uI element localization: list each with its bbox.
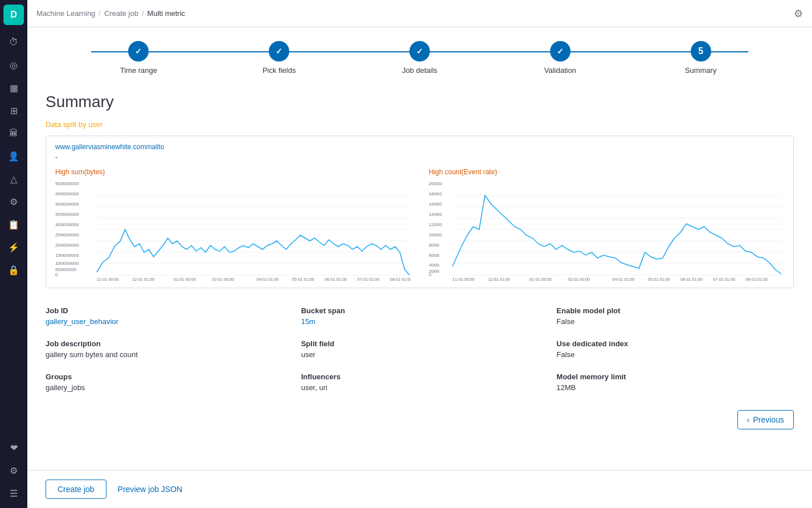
sidebar-icon-apm[interactable]: △ — [3, 169, 24, 189]
sidebar-icon-recent[interactable]: ⏱ — [3, 32, 24, 52]
svg-text:6000: 6000 — [429, 253, 440, 258]
topbar-right: ⚙ — [794, 7, 803, 20]
svg-text:14000: 14000 — [429, 212, 442, 217]
sidebar-icon-siem[interactable]: ⚡ — [3, 237, 24, 257]
detail-enable-model-plot: Enable model plot False — [556, 306, 794, 326]
data-split-label: Data split by user — [46, 120, 794, 129]
detail-job-id: Job ID gallery_user_behavior — [46, 306, 283, 326]
page-title: Summary — [46, 93, 794, 111]
sidebar-icon-collapse[interactable]: ☰ — [3, 483, 24, 503]
topbar-settings-icon[interactable]: ⚙ — [794, 8, 803, 19]
svg-text:16000: 16000 — [429, 202, 442, 207]
svg-text:12-01 01:00: 12-01 01:00 — [132, 277, 154, 281]
svg-text:12-01 01:00: 12-01 01:00 — [488, 277, 510, 281]
svg-text:250000000: 250000000 — [55, 232, 79, 237]
step-pick-fields: Pick fields — [209, 41, 350, 75]
svg-text:01-01 00:00: 01-01 00:00 — [530, 277, 552, 281]
detail-split-field-label: Split field — [301, 339, 539, 348]
breadcrumb: Machine Learning / Create job / Multi me… — [36, 9, 185, 18]
step-validation: Validation — [490, 41, 630, 75]
svg-text:50000000: 50000000 — [55, 267, 76, 272]
detail-split-field: Split field user — [301, 339, 539, 359]
sidebar-icon-visualize[interactable]: ▦ — [3, 77, 24, 98]
preview-job-json-button[interactable]: Preview job JSON — [116, 480, 185, 499]
sidebar-icon-canvas[interactable]: 🏛 — [3, 123, 24, 144]
svg-text:18000: 18000 — [429, 191, 442, 196]
step-time-range: Time range — [68, 41, 209, 75]
footer: Create job Preview job JSON — [27, 470, 812, 508]
stepper: Time range Pick fields Job details Valid… — [46, 41, 794, 75]
svg-text:500000000: 500000000 — [55, 181, 79, 186]
svg-text:0: 0 — [429, 272, 432, 277]
svg-text:300000000: 300000000 — [55, 222, 79, 227]
chart1-title: High sum(bytes) — [55, 168, 411, 176]
step-job-details: Job details — [350, 41, 490, 75]
svg-text:200000000: 200000000 — [55, 243, 79, 248]
sidebar-icon-settings[interactable]: ⚙ — [3, 460, 24, 481]
chart-url-sub: - — [55, 153, 784, 161]
detail-enable-model-plot-label: Enable model plot — [556, 306, 794, 315]
svg-text:20000: 20000 — [429, 181, 442, 186]
step-check-2 — [276, 47, 282, 56]
content-area: Time range Pick fields Job details Valid… — [27, 27, 812, 470]
svg-text:02-01 00:00: 02-01 00:00 — [212, 277, 235, 281]
chart-panel-1: High sum(bytes) 500000000 450000000 4000… — [55, 168, 411, 281]
step-label-5: Summary — [685, 66, 717, 75]
svg-text:400000000: 400000000 — [55, 202, 79, 207]
svg-text:08-01 01:00: 08-01 01:00 — [390, 277, 411, 281]
detail-model-memory: Model memory limit 12MB — [556, 372, 794, 392]
svg-text:450000000: 450000000 — [55, 191, 79, 196]
sidebar-icon-dashboard[interactable]: ⊞ — [3, 100, 24, 121]
breadcrumb-create-job[interactable]: Create job — [104, 9, 138, 18]
svg-text:05-01 01:00: 05-01 01:00 — [648, 277, 670, 281]
chart-container: www.gallerviasminewhite.commailto - High… — [46, 136, 794, 288]
detail-influencers: Influencers user, uri — [301, 372, 539, 392]
detail-groups-label: Groups — [46, 372, 283, 381]
step-check-4 — [557, 47, 564, 56]
detail-job-desc: Job description gallery sum bytes and co… — [46, 339, 283, 359]
svg-text:08-01 01:00: 08-01 01:00 — [745, 277, 768, 281]
step-summary: 5 Summary — [630, 41, 771, 75]
step-label-1: Time range — [120, 66, 157, 75]
step-circle-4 — [550, 41, 571, 62]
step-check-3 — [416, 47, 423, 56]
topbar: Machine Learning / Create job / Multi me… — [27, 0, 812, 27]
svg-text:05-01 01:00: 05-01 01:00 — [292, 277, 314, 281]
svg-text:11-01 00:00: 11-01 00:00 — [453, 277, 475, 281]
sidebar-icon-ml[interactable]: 👤 — [3, 146, 24, 166]
svg-text:06-01 01:00: 06-01 01:00 — [325, 277, 347, 281]
chevron-left-icon: ‹ — [747, 415, 750, 424]
previous-button[interactable]: ‹ Previous — [737, 410, 794, 429]
svg-text:10000: 10000 — [429, 232, 442, 237]
detail-dedicated-index: Use dedicated index False — [556, 339, 794, 359]
svg-text:02-01 00:00: 02-01 00:00 — [568, 277, 590, 281]
sidebar-icon-security[interactable]: 🔒 — [3, 260, 24, 280]
step-label-2: Pick fields — [263, 66, 296, 75]
sidebar-icon-logs[interactable]: 📋 — [3, 214, 24, 235]
detail-dedicated-index-label: Use dedicated index — [556, 339, 794, 348]
svg-text:4000: 4000 — [429, 263, 440, 268]
detail-job-id-value: gallery_user_behavior — [46, 317, 283, 326]
chart2-svg: 20000 18000 16000 14000 12000 10000 8000… — [429, 178, 784, 281]
chart1-svg: 500000000 450000000 400000000 350000000 … — [55, 178, 411, 281]
svg-text:100000000: 100000000 — [55, 261, 79, 266]
sidebar: D ⏱ ◎ ▦ ⊞ 🏛 👤 △ ⚙ 📋 ⚡ 🔒 ❤ ⚙ ☰ — [0, 0, 27, 508]
detail-bucket-span-value: 15m — [301, 317, 539, 326]
svg-text:07-01 01:00: 07-01 01:00 — [713, 277, 735, 281]
previous-button-label: Previous — [753, 415, 784, 424]
step-circle-5: 5 — [691, 41, 711, 62]
svg-text:350000000: 350000000 — [55, 212, 79, 217]
step-label-4: Validation — [544, 66, 576, 75]
svg-text:12000: 12000 — [429, 222, 442, 227]
breadcrumb-sep2: / — [142, 9, 144, 18]
charts-row: High sum(bytes) 500000000 450000000 4000… — [55, 168, 784, 281]
svg-text:06-01 01:00: 06-01 01:00 — [680, 277, 703, 281]
step-circle-3 — [409, 41, 430, 62]
svg-text:01-01 00:00: 01-01 00:00 — [174, 277, 196, 281]
step-circle-2 — [269, 41, 289, 62]
breadcrumb-ml[interactable]: Machine Learning — [36, 9, 95, 18]
create-job-button[interactable]: Create job — [46, 480, 106, 499]
sidebar-icon-infra[interactable]: ⚙ — [3, 191, 24, 212]
sidebar-icon-discover[interactable]: ◎ — [3, 55, 24, 75]
sidebar-icon-heart[interactable]: ❤ — [3, 437, 24, 458]
